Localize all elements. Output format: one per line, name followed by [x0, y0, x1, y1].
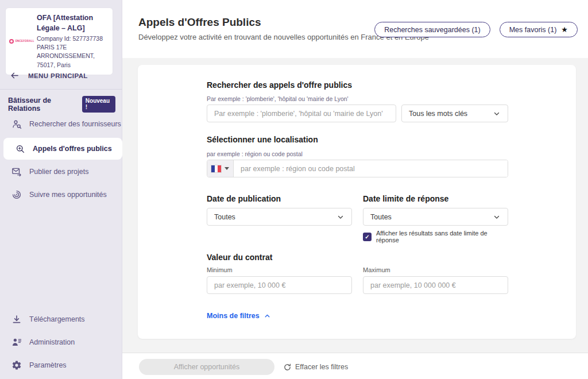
sidebar-item-publier-projets[interactable]: Publier des projets	[0, 161, 122, 183]
footer-actions: Afficher opportunités Effacer les filtre…	[122, 353, 588, 379]
no-deadline-checkbox-label: Afficher les résultats sans date limite …	[376, 230, 508, 243]
location-hint: par exemple : région ou code postal	[207, 150, 508, 157]
download-icon	[11, 314, 22, 324]
sidebar-item-administration[interactable]: Administration	[0, 331, 122, 353]
clear-filters-label: Effacer les filtres	[295, 363, 348, 371]
maximum-label: Maximum	[363, 266, 508, 273]
deadline-heading: Date limite de réponse	[363, 194, 508, 203]
sidebar-item-label: Rechercher des fournisseurs	[29, 120, 121, 128]
envelope-send-icon	[11, 167, 22, 177]
onceforall-logo-icon: ONCEFORALL	[9, 39, 35, 44]
sidebar-item-label: Téléchargements	[29, 315, 85, 323]
admin-person-icon	[11, 337, 22, 347]
star-icon	[561, 25, 568, 34]
target-icon	[11, 190, 22, 200]
back-to-main-menu[interactable]: MENU PRINCIPAL	[10, 71, 88, 80]
sidebar-section-header: Bâtisseur de Relations Nouveau !	[8, 96, 115, 113]
keywords-search-input[interactable]	[207, 105, 396, 122]
chevron-down-icon	[493, 110, 501, 118]
sidebar-item-label: Publier des projets	[29, 168, 89, 176]
sidebar-item-suivre-opportunites[interactable]: Suivre mes opportunités	[0, 184, 122, 206]
company-info: OFA [Attestation Légale – ALG] Company I…	[37, 13, 109, 69]
company-address-line2: 75017, Paris	[37, 61, 109, 69]
chevron-down-icon	[493, 213, 501, 221]
publication-date-value: Toutes	[214, 213, 235, 221]
sidebar-item-label: Suivre mes opportunités	[29, 191, 107, 199]
checkbox-checked-icon[interactable]	[363, 233, 372, 241]
sidebar-item-label: Paramètres	[29, 361, 67, 369]
company-address-line1: PARIS 17E ARRONDISSEMENT,	[37, 43, 109, 60]
chevron-up-icon	[264, 312, 271, 320]
saved-searches-button[interactable]: Recherches sauvegardées (1)	[374, 22, 490, 37]
company-name: OFA [Attestation Légale – ALG]	[37, 13, 109, 33]
company-card[interactable]: ONCEFORALL OFA [Attestation Légale – ALG…	[5, 7, 113, 75]
deadline-value: Toutes	[370, 213, 392, 221]
show-opportunities-button[interactable]: Afficher opportunités	[139, 359, 274, 375]
keyword-mode-select[interactable]: Tous les mots clés	[401, 105, 508, 122]
search-icon	[15, 144, 25, 154]
less-filters-label: Moins de filtres	[207, 312, 260, 320]
sidebar: ONCEFORALL OFA [Attestation Légale – ALG…	[0, 0, 122, 379]
company-id: Company Id: 527737738	[37, 34, 109, 43]
caret-down-icon	[225, 167, 229, 170]
search-filters-card: Rechercher des appels d'offre publics Pa…	[138, 65, 576, 339]
minimum-label: Minimum	[207, 266, 352, 273]
contract-value-heading: Valeur du contrat	[207, 253, 508, 262]
favorites-button[interactable]: Mes favoris (1)	[500, 22, 578, 37]
france-flag-icon	[211, 165, 221, 172]
no-deadline-checkbox-row[interactable]: Afficher les résultats sans date limite …	[363, 230, 508, 243]
publication-date-heading: Date de publication	[207, 194, 352, 203]
deadline-select[interactable]: Toutes	[363, 208, 508, 226]
chevron-down-icon	[336, 213, 345, 221]
person-search-icon	[11, 119, 22, 129]
sidebar-divider	[0, 89, 122, 90]
location-section-heading: Sélectionner une localisation	[207, 135, 508, 144]
search-section-heading: Rechercher des appels d'offre publics	[207, 80, 508, 90]
keyword-mode-value: Tous les mots clés	[409, 110, 467, 118]
sidebar-item-rechercher-fournisseurs[interactable]: Rechercher des fournisseurs	[0, 113, 122, 135]
less-filters-link[interactable]: Moins de filtres	[207, 312, 508, 320]
sidebar-item-label: Administration	[29, 338, 75, 346]
page-header: Appels d'Offres Publics Développez votre…	[122, 0, 588, 58]
arrow-left-icon	[10, 71, 20, 80]
sidebar-item-label: Appels d'offres publics	[33, 145, 112, 153]
sidebar-item-telechargements[interactable]: Téléchargements	[0, 308, 122, 330]
sidebar-item-parametres[interactable]: Paramètres	[0, 354, 122, 376]
page-title: Appels d'Offres Publics	[138, 16, 261, 29]
favorites-label: Mes favoris (1)	[509, 26, 557, 34]
maximum-value-input[interactable]	[363, 276, 508, 294]
section-title: Bâtisseur de Relations	[8, 96, 82, 113]
saved-searches-label: Recherches sauvegardées (1)	[384, 26, 480, 34]
sidebar-item-appels-offres-publics[interactable]: Appels d'offres publics	[3, 138, 122, 160]
new-badge: Nouveau !	[82, 96, 115, 113]
refresh-icon	[283, 363, 292, 372]
back-label: MENU PRINCIPAL	[28, 72, 88, 79]
header-actions: Recherches sauvegardées (1) Mes favoris …	[374, 22, 578, 37]
country-select[interactable]	[207, 160, 234, 177]
publication-date-select[interactable]: Toutes	[207, 208, 352, 226]
clear-filters-button[interactable]: Effacer les filtres	[283, 359, 348, 375]
search-hint: Par exemple : 'plomberie', 'hôpital ou '…	[207, 95, 508, 102]
location-input[interactable]	[234, 160, 508, 177]
minimum-value-input[interactable]	[207, 276, 352, 294]
gear-icon	[11, 360, 22, 370]
location-input-group	[207, 160, 508, 177]
